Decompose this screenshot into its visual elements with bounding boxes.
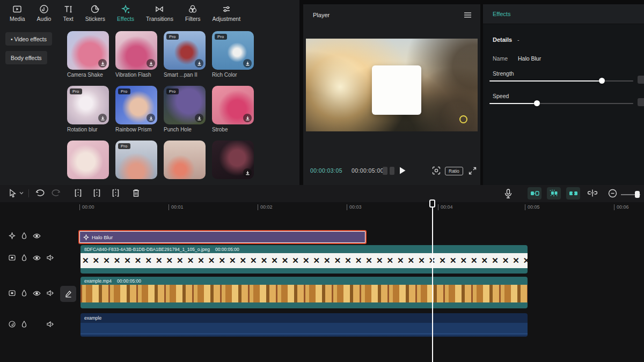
effect-card[interactable]: Pro Punch Hole	[164, 86, 207, 132]
delete-left-button[interactable]	[93, 189, 101, 197]
effect-thumbnail[interactable]	[212, 141, 254, 179]
effect-thumbnail[interactable]	[67, 31, 109, 70]
timeline-ruler[interactable]: 00:00 00:01 00:02 00:03 00:04 00:05 00:0…	[0, 202, 644, 213]
preview-overlay-card[interactable]	[372, 65, 421, 115]
mute-track-icon[interactable]	[47, 255, 54, 261]
prev-frame-button[interactable]	[383, 167, 387, 175]
tab-effects-details[interactable]: Effects	[493, 11, 510, 17]
lock-icon[interactable]	[21, 232, 27, 239]
effect-card[interactable]: Pro Rotation blur	[67, 86, 110, 132]
link-clips-button[interactable]	[566, 187, 580, 200]
download-icon[interactable]	[98, 59, 107, 68]
effect-thumbnail[interactable]: Pro	[212, 31, 254, 70]
edit-track-button[interactable]	[60, 286, 76, 302]
hide-track-icon[interactable]	[33, 291, 41, 296]
audio-clip[interactable]: example	[80, 313, 528, 337]
tab-audio[interactable]: Audio	[35, 3, 54, 27]
magnetic-snap-button[interactable]	[547, 187, 561, 200]
lock-icon[interactable]	[21, 290, 27, 297]
undo-button[interactable]	[35, 189, 45, 197]
download-icon[interactable]	[243, 59, 252, 68]
strength-label: Strength	[493, 70, 514, 77]
focus-button[interactable]	[432, 166, 441, 175]
effect-card[interactable]	[67, 141, 110, 179]
select-tool-button[interactable]	[9, 189, 17, 198]
video-clip[interactable]: example.mp4 00:00:05:00	[80, 277, 528, 308]
audio-waveform[interactable]	[80, 323, 528, 337]
mute-track-icon[interactable]	[47, 321, 54, 327]
split-button[interactable]	[74, 189, 82, 197]
play-button[interactable]	[399, 166, 406, 175]
player-menu-icon[interactable]	[464, 12, 472, 18]
tab-filters[interactable]: Filters	[183, 3, 203, 27]
tab-adjustment[interactable]: Adjustment	[210, 3, 243, 27]
tab-media[interactable]: Media	[8, 3, 27, 27]
fullscreen-icon[interactable]	[469, 167, 477, 175]
effect-card[interactable]	[212, 141, 255, 179]
tab-stickers[interactable]: Stickers	[83, 3, 107, 27]
download-icon[interactable]	[147, 114, 155, 122]
slider-handle[interactable]	[599, 78, 605, 84]
slider-handle[interactable]	[534, 100, 540, 106]
effect-thumbnail[interactable]: Pro	[164, 86, 206, 124]
effect-thumbnail[interactable]: Pro	[164, 31, 206, 70]
effect-card[interactable]: Pro	[115, 141, 158, 179]
redo-button[interactable]	[52, 189, 61, 197]
effect-card[interactable]: Strobe	[212, 86, 255, 132]
effect-card[interactable]: Pro Rich Color	[212, 31, 255, 78]
download-icon[interactable]	[243, 168, 252, 177]
image-clip[interactable]: 8DFCA840-F833-4A3B-B1DB-DBA1BE291794_1_1…	[80, 245, 528, 274]
download-icon[interactable]	[98, 114, 107, 122]
tab-transitions[interactable]: Transitions	[144, 3, 175, 27]
effect-thumbnail[interactable]: Pro	[115, 141, 157, 179]
video-preview[interactable]	[306, 39, 478, 131]
audio-track-icon	[9, 321, 16, 328]
effect-card[interactable]: Vibration Flash	[115, 31, 158, 78]
strength-slider[interactable]	[489, 78, 633, 84]
tab-label: Effects	[117, 16, 134, 22]
effect-thumbnail[interactable]: Pro	[115, 86, 157, 124]
effect-card[interactable]	[164, 141, 207, 179]
clip-thumbnail-strip[interactable]: ✕✕✕✕✕✕✕✕✕✕✕✕✕✕✕✕✕✕✕✕✕✕✕✕✕✕✕✕✕✕✕✕✕✕✕✕✕✕✕✕…	[80, 253, 528, 268]
mirror-clip-button[interactable]	[528, 187, 541, 200]
tab-effects[interactable]: Effects	[115, 3, 136, 27]
category-body-effects[interactable]: Body effects	[5, 51, 47, 64]
download-icon[interactable]	[195, 114, 203, 122]
hide-track-icon[interactable]	[33, 255, 41, 261]
tool-dropdown-chevron-icon[interactable]	[19, 191, 24, 195]
effect-card[interactable]: Pro Rainbow Prism	[115, 86, 158, 132]
effect-thumbnail[interactable]	[212, 86, 254, 124]
speed-value-box[interactable]	[638, 98, 644, 106]
effect-thumbnail[interactable]	[67, 141, 109, 179]
download-icon[interactable]	[195, 59, 203, 68]
delete-button[interactable]	[132, 189, 140, 197]
hide-track-icon[interactable]	[33, 233, 41, 239]
strength-value-box[interactable]	[638, 76, 644, 84]
zoom-out-icon[interactable]	[608, 189, 617, 198]
delete-right-button[interactable]	[112, 189, 120, 197]
clip-thumbnail-strip[interactable]	[80, 285, 528, 302]
ratio-button[interactable]: Ratio	[445, 167, 463, 175]
category-video-effects[interactable]: • Video effects	[5, 32, 52, 46]
effect-thumbnail[interactable]	[115, 31, 157, 70]
timeline-zoom-handle[interactable]	[635, 191, 640, 198]
lock-icon[interactable]	[21, 254, 27, 261]
effect-card[interactable]: Camera Shake	[67, 31, 110, 78]
collapse-toggle[interactable]: -	[517, 36, 519, 43]
preview-axis-button[interactable]	[588, 189, 597, 197]
download-icon[interactable]	[147, 59, 155, 68]
record-voiceover-icon[interactable]	[504, 189, 512, 198]
effect-clip-halo-blur[interactable]: Halo Blur	[78, 230, 367, 244]
next-frame-button[interactable]	[390, 167, 394, 175]
tab-text[interactable]: Text	[61, 3, 75, 27]
playhead-handle[interactable]	[429, 200, 435, 208]
speed-slider[interactable]	[489, 100, 633, 107]
effect-thumbnail[interactable]: Pro	[67, 86, 109, 124]
download-icon[interactable]	[243, 114, 252, 122]
effect-card[interactable]: Pro Smart ...pan II	[164, 31, 207, 78]
mute-track-icon[interactable]	[47, 290, 54, 296]
effect-thumbnail[interactable]	[164, 141, 206, 179]
lock-icon[interactable]	[21, 321, 27, 328]
ruler-tick: 00:04	[438, 204, 453, 210]
playhead-line[interactable]	[432, 202, 433, 362]
